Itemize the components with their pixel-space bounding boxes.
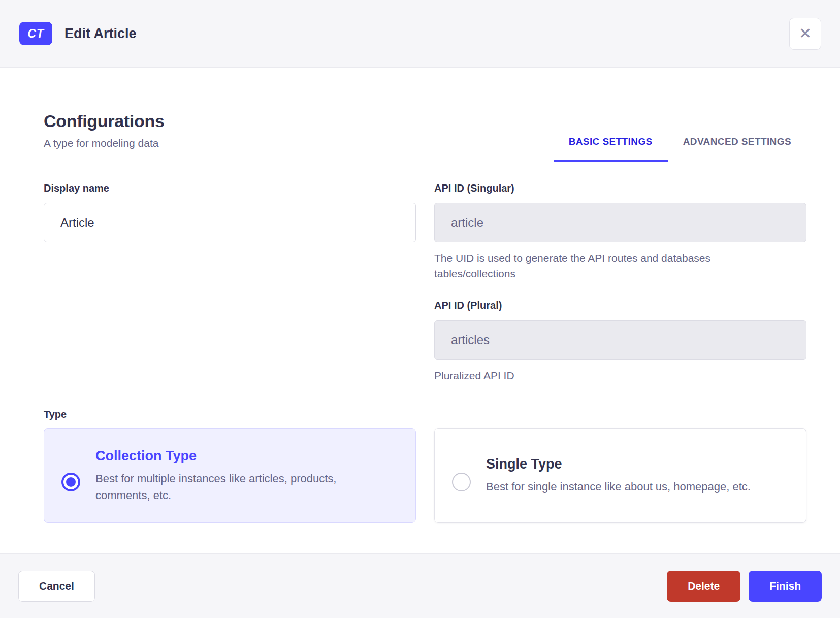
collection-type-text: Collection Type Best for multiple instan… bbox=[95, 448, 380, 504]
single-type-card[interactable]: Single Type Best for single instance lik… bbox=[434, 428, 806, 523]
finish-button[interactable]: Finish bbox=[749, 571, 822, 602]
type-options: Collection Type Best for multiple instan… bbox=[44, 428, 806, 523]
api-id-singular-field-group: API ID (Singular) The UID is used to gen… bbox=[434, 182, 806, 282]
single-type-radio[interactable] bbox=[452, 473, 471, 491]
api-id-singular-label: API ID (Singular) bbox=[434, 182, 806, 194]
display-name-field-group: Display name bbox=[44, 182, 416, 242]
api-id-singular-input bbox=[434, 203, 806, 242]
api-id-singular-hint: The UID is used to generate the API rout… bbox=[434, 250, 759, 282]
single-type-text: Single Type Best for single instance lik… bbox=[486, 456, 751, 495]
close-button[interactable]: ✕ bbox=[789, 18, 821, 50]
collection-type-title: Collection Type bbox=[95, 448, 380, 464]
page-subtitle: A type for modeling data bbox=[44, 137, 165, 149]
modal-footer: Cancel Delete Finish bbox=[0, 553, 840, 618]
api-id-plural-label: API ID (Plural) bbox=[434, 300, 806, 312]
display-name-input[interactable] bbox=[44, 203, 416, 242]
api-id-plural-field-group: API ID (Plural) Pluralized API ID bbox=[434, 300, 806, 383]
modal-title: Edit Article bbox=[64, 26, 137, 42]
collection-type-description: Best for multiple instances like article… bbox=[95, 470, 380, 504]
single-type-description: Best for single instance like about us, … bbox=[486, 478, 751, 495]
collection-type-card[interactable]: Collection Type Best for multiple instan… bbox=[44, 428, 416, 523]
configuration-form: Display name API ID (Singular) The UID i… bbox=[44, 182, 806, 383]
modal-body: Configurations A type for modeling data … bbox=[0, 68, 840, 553]
page-title: Configurations bbox=[44, 111, 165, 131]
tab-basic-settings[interactable]: BASIC SETTINGS bbox=[554, 136, 668, 162]
content-type-badge-label: CT bbox=[27, 27, 44, 41]
collection-type-radio[interactable] bbox=[61, 473, 80, 491]
cancel-button[interactable]: Cancel bbox=[18, 571, 95, 602]
content-type-badge: CT bbox=[19, 22, 52, 45]
display-name-label: Display name bbox=[44, 182, 416, 194]
api-id-plural-input bbox=[434, 320, 806, 360]
settings-tabs: BASIC SETTINGS ADVANCED SETTINGS bbox=[554, 136, 806, 161]
close-icon: ✕ bbox=[799, 26, 812, 41]
api-id-plural-hint: Pluralized API ID bbox=[434, 367, 759, 383]
delete-button[interactable]: Delete bbox=[667, 571, 740, 602]
api-id-column: API ID (Singular) The UID is used to gen… bbox=[434, 182, 806, 383]
tab-advanced-settings[interactable]: ADVANCED SETTINGS bbox=[668, 136, 806, 162]
footer-actions: Delete Finish bbox=[667, 571, 822, 602]
section-titles: Configurations A type for modeling data bbox=[44, 111, 165, 161]
single-type-title: Single Type bbox=[486, 456, 751, 472]
type-label: Type bbox=[44, 409, 806, 420]
section-head: Configurations A type for modeling data … bbox=[44, 111, 806, 161]
modal-header: CT Edit Article ✕ bbox=[0, 0, 840, 68]
